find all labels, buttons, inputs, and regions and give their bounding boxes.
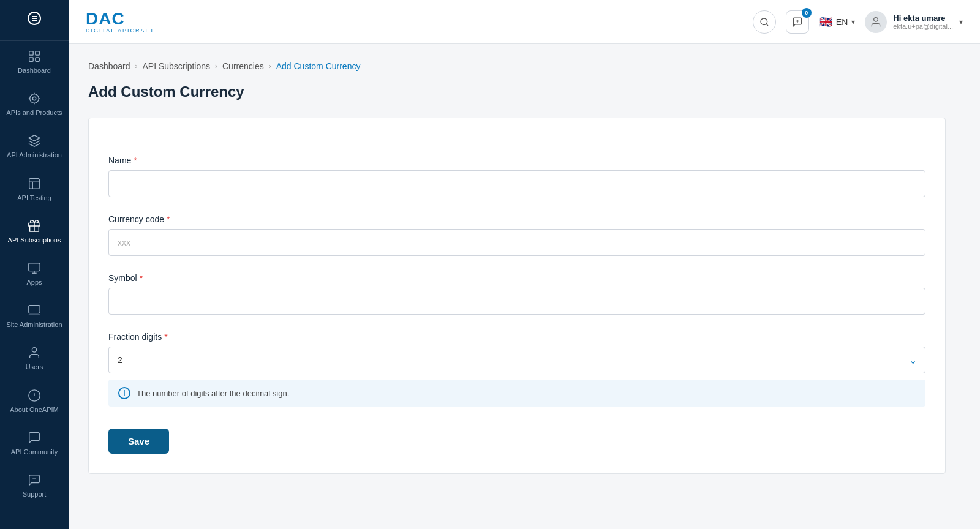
sidebar-item-api-admin-label: API Administration (7, 151, 62, 159)
svg-rect-14 (29, 178, 40, 189)
symbol-input[interactable] (108, 288, 925, 315)
save-button[interactable]: Save (108, 429, 169, 454)
sidebar: Dashboard APIs and Products API Administ… (0, 0, 69, 529)
currency-code-field-group: Currency code* (108, 214, 925, 256)
fraction-digits-select-wrapper: 0 1 2 3 4 ⌄ (108, 347, 925, 373)
currency-code-label: Currency code* (108, 214, 925, 224)
user-chevron-icon: ▾ (959, 18, 963, 26)
fraction-digits-required: * (164, 332, 167, 342)
svg-point-8 (32, 97, 36, 100)
sidebar-item-users-label: Users (26, 363, 43, 371)
svg-rect-17 (29, 263, 40, 271)
language-selector[interactable]: 🇬🇧 EN ▾ (819, 15, 855, 29)
breadcrumb-dashboard[interactable]: Dashboard (88, 61, 130, 71)
breadcrumb-current: Add Custom Currency (276, 61, 361, 71)
form-card: Name* Currency code* Symbol* (88, 118, 946, 474)
sidebar-item-api-subscriptions[interactable]: API Subscriptions (0, 211, 69, 253)
svg-point-22 (32, 348, 36, 352)
notifications-button[interactable]: 0 (786, 10, 809, 34)
breadcrumb: Dashboard › API Subscriptions › Currenci… (88, 61, 960, 71)
svg-point-31 (874, 17, 878, 21)
svg-rect-20 (29, 306, 40, 313)
sidebar-item-api-administration[interactable]: API Administration (0, 126, 69, 168)
hamburger-icon (27, 11, 42, 29)
sidebar-toggle[interactable] (0, 0, 69, 41)
flag-icon: 🇬🇧 (819, 15, 832, 29)
sidebar-item-api-community[interactable]: API Community (0, 422, 69, 465)
currency-code-input[interactable] (108, 229, 925, 256)
user-avatar (865, 11, 887, 33)
main-wrapper: DAC DIGITAL APICRAFT 0 🇬🇧 E (69, 0, 980, 529)
sidebar-item-api-testing-label: API Testing (17, 194, 51, 202)
sidebar-item-site-administration[interactable]: Site Administration (0, 295, 69, 337)
sidebar-item-users[interactable]: Users (0, 337, 69, 380)
fraction-digits-field-group: Fraction digits* 0 1 2 3 4 ⌄ i The numbe… (108, 332, 925, 407)
sidebar-item-about-oneapim[interactable]: About OneAPIM (0, 380, 69, 422)
user-text: Hi ekta umare ekta.u+pa@digital... (893, 13, 953, 30)
header: DAC DIGITAL APICRAFT 0 🇬🇧 E (69, 0, 980, 44)
sidebar-item-community-label: API Community (11, 448, 58, 456)
form-divider (89, 138, 945, 138)
user-email: ekta.u+pa@digital... (893, 23, 953, 30)
symbol-field-group: Symbol* (108, 273, 925, 315)
name-required: * (134, 156, 137, 165)
sidebar-item-site-admin-label: Site Administration (6, 321, 62, 329)
svg-rect-7 (36, 58, 39, 61)
breadcrumb-sep-3: › (269, 62, 271, 70)
language-chevron-icon: ▾ (851, 18, 855, 26)
fraction-digits-hint: The number of digits after the decimal s… (137, 389, 289, 398)
fraction-digits-select[interactable]: 0 1 2 3 4 (108, 347, 925, 373)
sidebar-item-support[interactable]: Support (0, 465, 69, 507)
svg-line-28 (766, 24, 768, 26)
logo-sub: DIGITAL APICRAFT (86, 28, 155, 34)
name-input[interactable] (108, 170, 925, 197)
svg-rect-4 (29, 51, 33, 55)
sidebar-item-about-label: About OneAPIM (10, 406, 59, 414)
svg-point-9 (30, 94, 39, 103)
page-title: Add Custom Currency (88, 83, 960, 100)
symbol-required: * (140, 273, 143, 283)
svg-rect-6 (29, 58, 33, 61)
name-label: Name* (108, 156, 925, 165)
sidebar-item-dashboard-label: Dashboard (18, 67, 51, 75)
logo-dac: DAC (86, 10, 155, 28)
symbol-label: Symbol* (108, 273, 925, 283)
sidebar-item-apps-label: Apps (26, 279, 42, 287)
name-field-group: Name* (108, 156, 925, 197)
sidebar-item-api-testing[interactable]: API Testing (0, 168, 69, 211)
user-menu[interactable]: Hi ekta umare ekta.u+pa@digital... ▾ (865, 11, 963, 33)
logo: DAC DIGITAL APICRAFT (86, 10, 155, 34)
notification-badge: 0 (802, 8, 812, 18)
language-label: EN (836, 17, 848, 27)
svg-point-27 (761, 18, 767, 25)
currency-code-required: * (167, 214, 170, 224)
fraction-digits-label: Fraction digits* (108, 332, 925, 342)
sidebar-item-support-label: Support (23, 490, 47, 498)
info-icon: i (118, 387, 130, 399)
sidebar-item-apis-label: APIs and Products (6, 109, 62, 117)
sidebar-item-apps[interactable]: Apps (0, 253, 69, 295)
main-content: Dashboard › API Subscriptions › Currenci… (69, 44, 980, 529)
svg-rect-5 (36, 51, 39, 55)
search-button[interactable] (753, 10, 776, 34)
breadcrumb-sep-2: › (215, 62, 217, 70)
sidebar-item-subscriptions-label: API Subscriptions (8, 236, 61, 244)
header-actions: 0 🇬🇧 EN ▾ Hi ekta umare ekta.u+pa@dig (753, 10, 963, 34)
fraction-digits-hint-box: i The number of digits after the decimal… (108, 380, 925, 407)
breadcrumb-sep-1: › (135, 62, 138, 70)
breadcrumb-api-subscriptions[interactable]: API Subscriptions (143, 61, 211, 71)
user-name: Hi ekta umare (893, 13, 953, 23)
breadcrumb-currencies[interactable]: Currencies (222, 61, 264, 71)
sidebar-item-apis-products[interactable]: APIs and Products (0, 83, 69, 126)
sidebar-item-dashboard[interactable]: Dashboard (0, 41, 69, 83)
